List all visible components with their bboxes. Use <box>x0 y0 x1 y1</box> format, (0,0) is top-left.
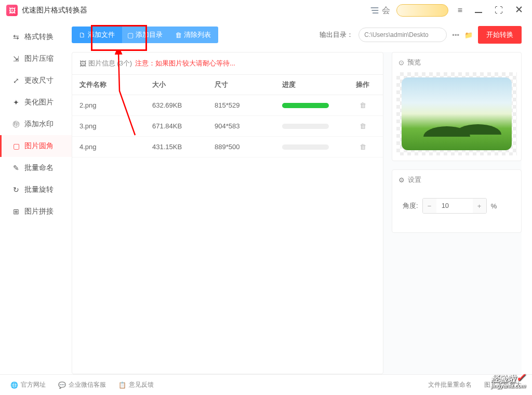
delete-button[interactable]: 🗑 <box>350 122 376 130</box>
app-title: 优速图片格式转换器 <box>22 6 87 15</box>
footer-site[interactable]: 🌐官方网址 <box>10 380 46 389</box>
file-count: (3个) <box>117 59 132 68</box>
footer-rename[interactable]: 文件批量重命名 <box>428 380 472 389</box>
watermark-icon: ㊞ <box>12 120 20 128</box>
minimize-button[interactable] <box>472 4 485 17</box>
menu-icon[interactable]: ≡ <box>455 4 466 17</box>
footer: 🌐官方网址 💬企业微信客服 📋意见反馈 文件批量重命名 图片无损放大 <box>0 374 532 395</box>
start-button[interactable]: 开始转换 <box>478 26 522 44</box>
merge-icon: ⊞ <box>12 207 20 216</box>
clear-button[interactable]: 🗑清除列表 <box>168 27 218 43</box>
sidebar-item-rename[interactable]: ✎批量命名 <box>0 157 72 179</box>
table-row[interactable]: 4.png431.15KB889*500🗑 <box>72 137 383 157</box>
footer-wechat[interactable]: 💬企业微信客服 <box>58 380 106 389</box>
delete-button[interactable]: 🗑 <box>350 101 376 109</box>
compress-icon: ⇲ <box>12 55 20 63</box>
sidebar: ⇆格式转换 ⇲图片压缩 ⤢更改尺寸 ✦美化图片 ㊞添加水印 ▢图片圆角 ✎批量命… <box>0 21 72 374</box>
sidebar-item-format[interactable]: ⇆格式转换 <box>0 26 72 48</box>
gear-icon: ⚙ <box>398 176 405 184</box>
beautify-icon: ✦ <box>12 98 20 107</box>
file-icon: 🗋 <box>79 31 86 39</box>
table-header: 文件名称 大小 尺寸 进度 操作 <box>72 75 383 95</box>
watermark: 经验啦✓ jingyanla.com <box>491 372 526 389</box>
file-list-panel: 🖼 图片信息 (3个) 注意：如果图片较大请耐心等待... 文件名称 大小 尺寸… <box>72 52 383 374</box>
angle-value[interactable]: 10 <box>436 199 473 213</box>
folder-icon: ▢ <box>127 31 134 39</box>
resize-icon: ⤢ <box>12 76 20 85</box>
progress-bar <box>282 144 329 150</box>
delete-button[interactable]: 🗑 <box>350 143 376 151</box>
round-icon: ▢ <box>12 142 20 150</box>
sidebar-item-round[interactable]: ▢图片圆角 <box>0 135 72 157</box>
browse-button[interactable]: ••• <box>452 31 459 39</box>
preview-icon: ⊙ <box>398 59 404 67</box>
percent-label: % <box>491 202 497 210</box>
app-icon <box>6 5 18 16</box>
image-info-icon: 🖼 <box>79 60 86 68</box>
output-label: 输出目录： <box>320 30 353 40</box>
convert-icon: ⇆ <box>12 33 20 41</box>
increase-button[interactable]: + <box>473 199 486 213</box>
wechat-icon: 💬 <box>58 381 66 389</box>
open-folder-button[interactable]: 📁 <box>464 31 473 39</box>
table-row[interactable]: 3.png671.84KB904*583🗑 <box>72 116 383 137</box>
sidebar-item-compress[interactable]: ⇲图片压缩 <box>0 48 72 70</box>
angle-stepper: − 10 + <box>422 198 487 214</box>
sidebar-item-watermark[interactable]: ㊞添加水印 <box>0 113 72 135</box>
trash-icon: 🗑 <box>175 31 182 39</box>
sidebar-item-merge[interactable]: ⊞图片拼接 <box>0 201 72 222</box>
sidebar-item-resize[interactable]: ⤢更改尺寸 <box>0 70 72 91</box>
table-row[interactable]: 2.png632.69KB815*529🗑 <box>72 95 383 116</box>
decrease-button[interactable]: − <box>423 199 436 213</box>
output-path-input[interactable] <box>358 28 447 42</box>
globe-icon: 🌐 <box>10 381 18 389</box>
title-bar: 优速图片格式转换器 会 ≡ ⛶ <box>0 0 532 21</box>
toolbar: 🗋添加文件 ▢添加目录 🗑清除列表 输出目录： ••• 📁 开始转换 <box>72 26 522 44</box>
close-button[interactable] <box>512 4 526 17</box>
sidebar-item-rotate[interactable]: ↻批量旋转 <box>0 179 72 201</box>
maximize-button[interactable]: ⛶ <box>491 4 506 17</box>
add-dir-button[interactable]: ▢添加目录 <box>122 27 168 43</box>
warning-text: 注意：如果图片较大请耐心等待... <box>135 59 235 68</box>
progress-bar <box>282 103 329 108</box>
rename-icon: ✎ <box>12 164 20 172</box>
preview-image <box>402 77 512 150</box>
rotate-icon: ↻ <box>12 186 20 194</box>
feedback-icon: 📋 <box>118 381 126 389</box>
settings-panel: ⚙设置 角度: − 10 + % <box>392 169 522 233</box>
s-badge[interactable]: 会 <box>369 5 390 16</box>
vip-badge[interactable] <box>396 4 448 17</box>
progress-bar <box>282 124 329 129</box>
add-file-button[interactable]: 🗋添加文件 <box>72 27 122 43</box>
info-label: 图片信息 <box>88 59 115 68</box>
angle-label: 角度: <box>403 201 418 210</box>
footer-feedback[interactable]: 📋意见反馈 <box>118 380 154 389</box>
sidebar-item-beautify[interactable]: ✦美化图片 <box>0 91 72 113</box>
preview-panel: ⊙预览 <box>392 52 522 161</box>
